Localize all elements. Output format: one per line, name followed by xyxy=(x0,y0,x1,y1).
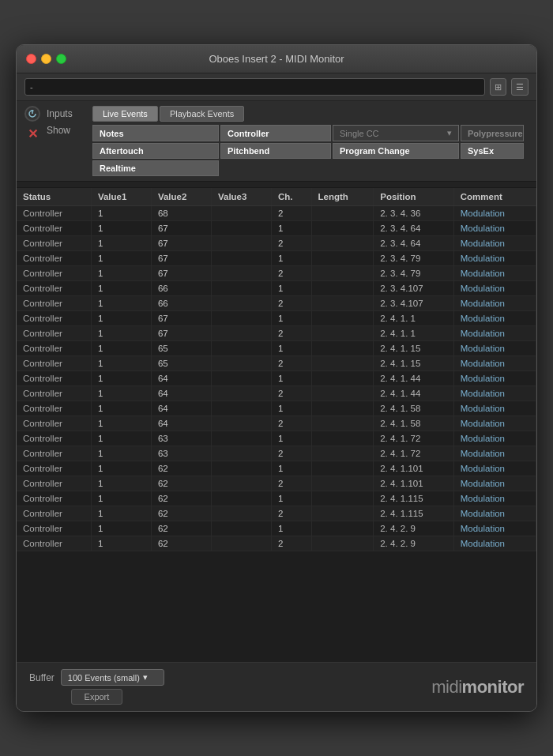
table-row: Controller16222. 4. 1.101Modulation xyxy=(17,476,536,491)
table-cell: 62 xyxy=(151,536,211,551)
playback-events-tab[interactable]: Playback Events xyxy=(160,106,244,122)
table-cell: Controller xyxy=(17,521,91,536)
table-row: Controller16722. 3. 4. 64Modulation xyxy=(17,236,536,251)
table-cell xyxy=(311,386,374,401)
buffer-row: Buffer 100 Events (small) ▾ xyxy=(29,669,164,686)
table-cell: 2 xyxy=(271,236,311,251)
table-cell: Modulation xyxy=(453,446,536,461)
buffer-select-button[interactable]: 100 Events (small) ▾ xyxy=(61,669,164,686)
table-row: Controller16212. 4. 2. 9Modulation xyxy=(17,521,536,536)
table-row: Controller16212. 4. 1.101Modulation xyxy=(17,461,536,476)
show-row: ✕ Show Notes Controller Single CC ▾ Poly… xyxy=(24,125,529,176)
table-cell: Modulation xyxy=(453,221,536,236)
table-cell: 64 xyxy=(151,416,211,431)
list-icon-button[interactable]: ☰ xyxy=(511,78,529,96)
table-cell: Controller xyxy=(17,206,91,221)
realtime-filter-btn[interactable]: Realtime xyxy=(92,160,219,176)
table-cell: Controller xyxy=(17,506,91,521)
table-cell xyxy=(211,491,271,506)
controller-filter-btn[interactable]: Controller xyxy=(220,125,331,141)
table-cell xyxy=(311,491,374,506)
table-cell: 67 xyxy=(151,221,211,236)
table-cell: 2. 3. 4.107 xyxy=(374,281,454,296)
table-cell: 67 xyxy=(151,236,211,251)
table-cell: 62 xyxy=(151,491,211,506)
table-row: Controller16412. 4. 1. 58Modulation xyxy=(17,401,536,416)
table-cell: 64 xyxy=(151,401,211,416)
table-cell: 2. 3. 4. 36 xyxy=(374,206,454,221)
table-cell: 66 xyxy=(151,296,211,311)
table-cell: 2 xyxy=(271,446,311,461)
midi-event-table: Status Value1 Value2 Value3 Ch. Length P… xyxy=(17,188,536,551)
table-row: Controller16412. 4. 1. 44Modulation xyxy=(17,371,536,386)
power-icon xyxy=(28,109,37,118)
table-cell xyxy=(311,311,374,326)
table-cell: 1 xyxy=(91,506,151,521)
table-cell xyxy=(311,251,374,266)
table-cell: 1 xyxy=(91,491,151,506)
toolbar: - ⊞ ☰ xyxy=(17,73,536,101)
table-cell xyxy=(211,506,271,521)
table-cell: Controller xyxy=(17,311,91,326)
table-cell: Controller xyxy=(17,536,91,551)
close-button[interactable] xyxy=(26,54,36,64)
table-cell: 2. 4. 1. 15 xyxy=(374,341,454,356)
maximize-button[interactable] xyxy=(56,54,66,64)
table-row: Controller16422. 4. 1. 58Modulation xyxy=(17,416,536,431)
minimize-button[interactable] xyxy=(41,54,51,64)
col-ch: Ch. xyxy=(271,188,311,206)
notes-filter-btn[interactable]: Notes xyxy=(92,125,219,141)
inputs-label: Inputs xyxy=(47,108,86,119)
table-cell: 2. 4. 1. 72 xyxy=(374,446,454,461)
polypressure-filter-btn[interactable]: Polypressure xyxy=(461,125,524,141)
aftertouch-filter-btn[interactable]: Aftertouch xyxy=(92,143,219,159)
grid-icon-button[interactable]: ⊞ xyxy=(490,78,506,96)
table-row: Controller16422. 4. 1. 44Modulation xyxy=(17,386,536,401)
live-events-tab[interactable]: Live Events xyxy=(92,106,158,122)
table-cell: Controller xyxy=(17,386,91,401)
table-cell: Controller xyxy=(17,431,91,446)
buffer-value: 100 Events (small) xyxy=(68,673,140,683)
table-row: Controller16712. 4. 1. 1Modulation xyxy=(17,311,536,326)
col-value3: Value3 xyxy=(211,188,271,206)
table-cell: 2. 4. 2. 9 xyxy=(374,536,454,551)
table-cell: Modulation xyxy=(453,341,536,356)
table-row: Controller16222. 4. 1.115Modulation xyxy=(17,506,536,521)
table-cell: 1 xyxy=(91,356,151,371)
sysex-filter-btn[interactable]: SysEx xyxy=(461,143,524,159)
col-value2: Value2 xyxy=(151,188,211,206)
table-row: Controller16512. 4. 1. 15Modulation xyxy=(17,341,536,356)
table-cell: 1 xyxy=(91,461,151,476)
export-button[interactable]: Export xyxy=(71,689,123,705)
table-cell: 1 xyxy=(91,476,151,491)
table-cell: 67 xyxy=(151,326,211,341)
table-cell: 1 xyxy=(91,266,151,281)
table-cell xyxy=(311,221,374,236)
col-value1: Value1 xyxy=(91,188,151,206)
app-window: Oboes Insert 2 - MIDI Monitor - ⊞ ☰ Inpu… xyxy=(16,44,537,712)
program-change-filter-btn[interactable]: Program Change xyxy=(333,143,459,159)
pitchbend-filter-btn[interactable]: Pitchbend xyxy=(220,143,331,159)
table-cell: Modulation xyxy=(453,401,536,416)
table-cell: Modulation xyxy=(453,536,536,551)
table-cell xyxy=(211,221,271,236)
table-cell: 1 xyxy=(91,221,151,236)
table-cell: 64 xyxy=(151,386,211,401)
midi-event-table-container[interactable]: Status Value1 Value2 Value3 Ch. Length P… xyxy=(17,188,536,662)
table-row: Controller16712. 3. 4. 79Modulation xyxy=(17,251,536,266)
table-row: Controller16722. 4. 1. 1Modulation xyxy=(17,326,536,341)
buffer-dropdown-arrow-icon: ▾ xyxy=(143,672,148,683)
table-cell: 1 xyxy=(271,431,311,446)
table-cell: Controller xyxy=(17,251,91,266)
single-cc-dropdown[interactable]: Single CC ▾ xyxy=(333,125,459,141)
close-filter-icon[interactable]: ✕ xyxy=(24,126,40,141)
table-cell: 2. 4. 1. 58 xyxy=(374,401,454,416)
table-cell xyxy=(311,281,374,296)
power-button[interactable] xyxy=(24,106,40,122)
table-cell xyxy=(211,356,271,371)
table-cell: 2. 4. 1. 44 xyxy=(374,371,454,386)
table-cell: 2. 4. 1.101 xyxy=(374,476,454,491)
table-cell: 2 xyxy=(271,326,311,341)
table-cell: 2 xyxy=(271,356,311,371)
source-dropdown[interactable]: - xyxy=(24,78,485,96)
